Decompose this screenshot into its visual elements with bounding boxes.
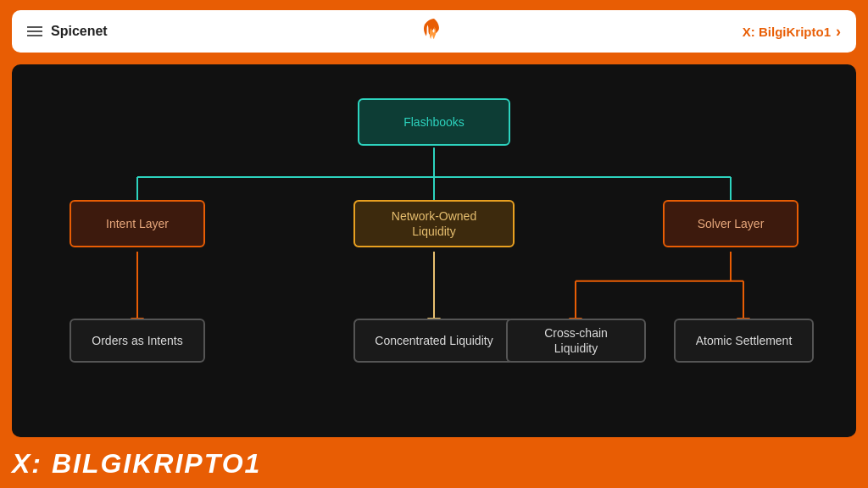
- user-handle[interactable]: X: BilgiKripto1 ›: [743, 23, 841, 41]
- node-concentrated-liquidity: Concentrated Liquidity: [353, 319, 515, 363]
- node-orders-intents: Orders as Intents: [70, 319, 205, 363]
- header-left: Spicenet: [27, 24, 108, 39]
- logo-icon: [417, 17, 451, 46]
- node-atomic-settlement: Atomic Settlement: [674, 319, 814, 363]
- node-flashbooks: Flashbooks: [358, 98, 510, 146]
- node-intent-layer: Intent Layer: [70, 200, 205, 247]
- node-intent-label: Intent Layer: [106, 216, 169, 231]
- bottom-watermark: X: BilgiKripto1: [12, 448, 261, 480]
- node-orders-label: Orders as Intents: [92, 333, 182, 348]
- node-nol-label: Network-Owned Liquidity: [369, 208, 499, 239]
- node-atomic-label: Atomic Settlement: [696, 333, 793, 348]
- menu-icon[interactable]: [27, 26, 42, 36]
- node-flashbooks-label: Flashbooks: [403, 114, 465, 130]
- node-solver-label: Solver Layer: [698, 216, 765, 231]
- diagram-container: Flashbooks Intent Layer Network-Owned Li…: [12, 64, 856, 437]
- brand-name: Spicenet: [51, 24, 108, 39]
- node-cross-chain-label: Cross-chain Liquidity: [521, 325, 631, 356]
- user-handle-text: X: BilgiKripto1: [743, 25, 831, 39]
- node-nol: Network-Owned Liquidity: [353, 200, 515, 247]
- header-bar: Spicenet X: BilgiKripto1 ›: [12, 10, 856, 53]
- node-cross-chain-liquidity: Cross-chain Liquidity: [506, 319, 646, 363]
- node-solver-layer: Solver Layer: [663, 200, 798, 247]
- chevron-right-icon: ›: [836, 23, 841, 41]
- diagram-inner: Flashbooks Intent Layer Network-Owned Li…: [12, 64, 856, 437]
- node-conc-liq-label: Concentrated Liquidity: [375, 333, 492, 348]
